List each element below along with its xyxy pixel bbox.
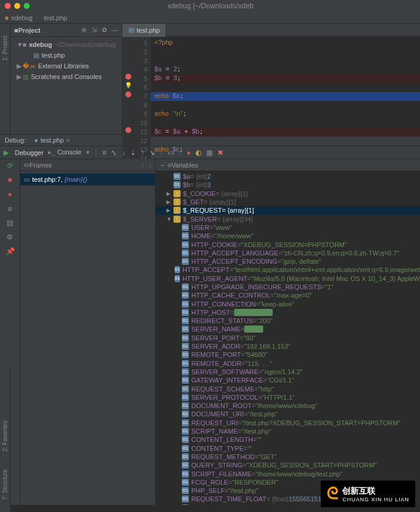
variable-row[interactable]: 01REDIRECT_STATUS = "200" <box>156 317 420 325</box>
variable-row[interactable]: 01SCRIPT_NAME = "/test.php" <box>156 427 420 435</box>
evaluate-icon[interactable]: ▭ <box>168 148 174 157</box>
resume-icon[interactable]: ▶ <box>4 148 9 157</box>
variable-row[interactable]: 01HTTP_ACCEPT_LANGUAGE = "zh-CN,zh;q=0.9… <box>156 249 420 257</box>
variable-row[interactable]: ▶⋮$_GET = {array} [1] <box>156 198 420 206</box>
structure-tool-button[interactable]: 7: Structure <box>2 469 8 500</box>
variable-row[interactable]: 01USER = "www" <box>156 223 420 232</box>
editor-tab[interactable]: ▤ test.php <box>122 24 166 37</box>
variable-row[interactable]: 01SERVER_SOFTWARE = "nginx/1.14.2" <box>156 368 420 376</box>
variable-row[interactable]: ▶⋮$_REQUEST = {array} [1] <box>156 206 420 214</box>
favorites-tool-button[interactable]: 2: Favorites <box>2 421 8 451</box>
variable-row[interactable]: ▶⋮$_COOKIE = {array} [1] <box>156 189 420 198</box>
tree-root[interactable]: ▼■ xdebug ~/Downloads/xdebug <box>11 39 122 50</box>
step-out-icon[interactable]: ↑ <box>141 148 144 157</box>
variables-panel: → ≡ Variables 01$a = {int} 201$b = {int}… <box>156 159 420 505</box>
watermark-logo: ᘓ 创新互联 CHUANG XIN HU LIAN <box>321 481 415 507</box>
hide-icon[interactable]: — <box>112 26 118 34</box>
variable-row[interactable]: 01HTTP_UPGRADE_INSECURE_REQUESTS = "1" <box>156 283 420 291</box>
run-to-cursor-icon[interactable]: ↘ <box>149 148 155 157</box>
debugger-tab[interactable]: Debugger <box>15 149 43 156</box>
rerun-icon[interactable]: ⟳ <box>6 162 14 170</box>
gear-icon[interactable]: ✿ <box>102 26 107 34</box>
variable-row[interactable]: 01HTTP_ACCEPT_ENCODING = "gzip, deflate" <box>156 257 420 266</box>
variable-row[interactable]: ▼⋮$_SERVER = {array} [34] <box>156 214 420 223</box>
variable-row[interactable]: 01REQUEST_URI = "/test.php?XDEBUG_SESSIO… <box>156 419 420 427</box>
settings-icon[interactable]: ▦ <box>206 148 213 157</box>
variable-row[interactable]: 01CONTENT_LENGTH = "" <box>156 435 420 444</box>
editor: ▤ test.php 💡 1234567891011121314 <?php$a… <box>122 24 420 134</box>
variable-row[interactable]: 01GATEWAY_INTERFACE = "CGI/1.1" <box>156 376 420 384</box>
mute-bp-icon[interactable]: ● <box>187 148 191 157</box>
target-icon[interactable]: ⊕ <box>81 26 87 34</box>
project-label[interactable]: Project <box>18 27 81 34</box>
variable-row[interactable]: 01DOCUMENT_ROOT = "/home/www/xdebug" <box>156 402 420 410</box>
left-tool-stripe: 1: Project <box>0 24 11 134</box>
tree-file[interactable]: ▤ test.php <box>11 50 122 61</box>
variable-row[interactable]: 01$b = {int} 3 <box>156 181 420 189</box>
breadcrumb-file[interactable]: test.php <box>44 14 67 21</box>
frame-row[interactable]: ▭ test.php:7, {main}() <box>20 173 155 185</box>
window-titlebar: xdebug [~/Downloads/xdeb <box>0 0 420 12</box>
breadcrumb-root[interactable]: xdebug <box>11 14 33 21</box>
view-bp-icon[interactable]: ◐ <box>195 148 201 157</box>
variable-row[interactable]: 01HOME = "/home/www" <box>156 232 420 240</box>
step-over-icon[interactable]: ⤣ <box>111 148 117 157</box>
project-tool-button[interactable]: 1: Project <box>2 36 8 61</box>
show-exec-icon[interactable]: ≡ <box>102 148 106 157</box>
variable-row[interactable]: 01HTTP_COOKIE = "XDEBUG_SESSION=PHPSTORM… <box>156 240 420 248</box>
line-gutter[interactable]: 1234567891011121314 <box>135 37 151 163</box>
console-tab[interactable]: ▸_ Console <box>48 148 81 156</box>
bp-icon[interactable]: ● <box>6 190 14 198</box>
prev-frame-icon[interactable]: ↑ <box>141 162 145 169</box>
pin-icon[interactable]: ✖ <box>217 148 223 157</box>
settings2-icon[interactable]: ⚙ <box>6 233 14 241</box>
variable-row[interactable]: 01REMOTE_ADDR = "115. . . " <box>156 359 420 368</box>
next-frame-icon[interactable]: ↓ <box>149 162 152 169</box>
variable-row[interactable]: 01SCRIPT_FILENAME = "/home/www/xdebug/te… <box>156 469 420 478</box>
variable-row[interactable]: 01HTTP_CONNECTION = "keep-alive" <box>156 299 420 308</box>
project-panel: ■ Project ⊕ ⇲ ✿ — ▼■ xdebug ~/Downloads/… <box>11 24 122 134</box>
variable-row[interactable]: 01HTTP_HOST = ██████:██ <box>156 308 420 317</box>
variable-row[interactable]: 01HTTP_CACHE_CONTROL = "max-age=0" <box>156 291 420 299</box>
variable-row[interactable]: 01DOCUMENT_URI = "/test.php" <box>156 410 420 418</box>
variable-row[interactable]: 01REQUEST_SCHEME = "http" <box>156 384 420 393</box>
variable-row[interactable]: 01SERVER_NAME = ████ <box>156 325 420 333</box>
variable-row[interactable]: 01HTTP_ACCEPT = "text/html,application/x… <box>156 266 420 274</box>
debug-session-tab[interactable]: ● test.php × <box>34 137 70 144</box>
variable-row[interactable]: 01REQUEST_METHOD = "GET" <box>156 453 420 461</box>
tree-scratches[interactable]: ▶▥ Scratches and Consoles <box>11 71 122 82</box>
variable-row[interactable]: 01HTTP_USER_AGENT = "Mozilla/5.0 (Macint… <box>156 274 420 283</box>
variable-row[interactable]: 01SERVER_PROTOCOL = "HTTP/1.1" <box>156 393 420 402</box>
close-icon[interactable]: × <box>66 137 70 144</box>
frames-panel: ▭ Frames ↑ ↓ ▭ test.php:7, {main}() <box>20 159 156 505</box>
variable-row[interactable]: 01SERVER_PORT = "80" <box>156 334 420 342</box>
tree-external[interactable]: ▶�⫘ External Libraries <box>11 61 122 71</box>
stop-icon[interactable]: ■ <box>6 176 14 184</box>
breadcrumb: ■ xdebug 〉 test.php <box>0 12 420 24</box>
variable-row[interactable]: 01SERVER_ADDR = "192.168.1.153" <box>156 342 420 350</box>
variable-row[interactable]: 01$a = {int} 2 <box>156 172 420 181</box>
code-area[interactable]: <?php$a = 2;$b = 3;echo $a;echo "\n";$c … <box>151 37 420 163</box>
collapse-icon[interactable]: ⇲ <box>91 26 97 34</box>
variable-row[interactable]: 01CONTENT_TYPE = "" <box>156 444 420 453</box>
force-step-icon[interactable]: ⇣ <box>130 148 136 157</box>
window-title: xdebug [~/Downloads/xdeb <box>6 2 415 10</box>
layout-icon[interactable]: ▤ <box>6 219 14 227</box>
pin2-icon[interactable]: 📌 <box>6 247 14 255</box>
variable-row[interactable]: 01REMOTE_PORT = "54600" <box>156 350 420 359</box>
variable-row[interactable]: 01QUERY_STRING = "XDEBUG_SESSION_START=P… <box>156 461 420 469</box>
mute-icon[interactable]: ⌀ <box>6 204 14 213</box>
step-into-icon[interactable]: ↓ <box>122 148 125 157</box>
